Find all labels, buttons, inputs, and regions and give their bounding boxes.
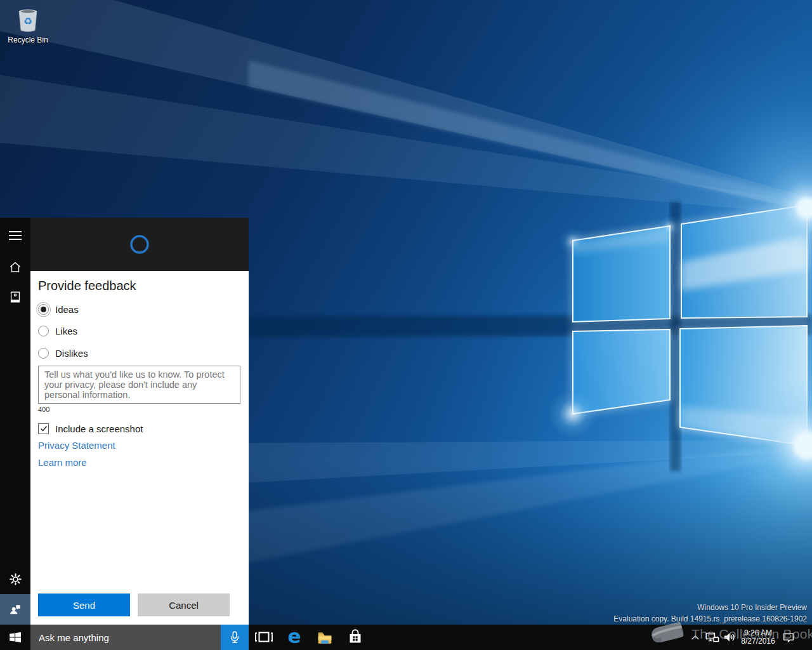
radio-option-ideas[interactable]: Ideas (38, 303, 79, 316)
search-input[interactable] (30, 625, 221, 650)
button-row: Send Cancel (38, 594, 241, 616)
checkbox-icon (38, 423, 49, 434)
radio-option-dislikes[interactable]: Dislikes (38, 347, 88, 360)
action-center-icon (782, 631, 795, 644)
os-watermark-line1: Windows 10 Pro Insider Preview (613, 602, 807, 613)
radio-likes-icon (38, 326, 49, 336)
os-watermark: Windows 10 Pro Insider Preview Evaluatio… (613, 602, 807, 625)
cortana-header (30, 218, 249, 271)
cancel-button[interactable]: Cancel (138, 594, 230, 616)
recycle-bin-icon: ♻ (13, 5, 43, 34)
task-view-icon (254, 630, 274, 645)
privacy-statement-link[interactable]: Privacy Statement (38, 440, 115, 451)
os-watermark-line2: Evaluation copy. Build 14915.rs_prerelea… (613, 613, 807, 625)
volume-status[interactable] (721, 625, 738, 650)
microphone-icon (228, 630, 242, 645)
network-status[interactable] (704, 625, 721, 650)
radio-dislikes-label: Dislikes (55, 348, 88, 359)
gear-icon (9, 573, 22, 586)
recycle-bin-label: Recycle Bin (4, 36, 52, 44)
store-button[interactable] (340, 625, 370, 650)
char-count: 400 (38, 406, 49, 413)
feedback-text-input[interactable] (38, 366, 240, 404)
sidebar-item-home[interactable] (0, 255, 30, 280)
search-box (30, 625, 249, 650)
include-screenshot-label: Include a screenshot (55, 423, 143, 434)
tray-overflow-button[interactable] (688, 625, 702, 650)
sidebar-item-notebook[interactable] (0, 284, 30, 310)
recycle-bin[interactable]: ♻ Recycle Bin (4, 5, 52, 44)
chevron-up-icon (691, 635, 700, 640)
hamburger-menu-button[interactable] (0, 223, 30, 248)
microphone-button[interactable] (221, 625, 249, 650)
clock-date: 8/27/2016 (741, 637, 775, 646)
edge-button[interactable]: e (279, 625, 310, 650)
network-icon (705, 632, 719, 643)
store-icon (346, 628, 364, 646)
home-icon (8, 260, 22, 274)
sidebar-item-settings[interactable] (0, 566, 30, 592)
feedback-form: Provide feedback Ideas Likes Dislikes 40… (30, 271, 249, 625)
feedback-icon (8, 602, 22, 616)
cortana-ring-icon (129, 234, 150, 255)
hamburger-icon (9, 231, 22, 240)
task-view-button[interactable] (249, 625, 279, 650)
edge-icon: e (287, 627, 301, 646)
start-button[interactable] (0, 625, 30, 650)
taskbar: e (0, 625, 812, 650)
speaker-icon (723, 632, 736, 643)
radio-ideas-label: Ideas (55, 304, 79, 315)
notebook-icon (8, 290, 22, 304)
send-button[interactable]: Send (38, 594, 130, 616)
file-explorer-icon (315, 628, 334, 647)
page-title: Provide feedback (38, 279, 136, 293)
radio-ideas-icon (38, 304, 49, 315)
radio-likes-label: Likes (55, 326, 77, 336)
svg-text:♻: ♻ (23, 15, 32, 27)
windows-desktop: ♻ Recycle Bin Windows 10 Pro Insider Pre… (0, 0, 812, 650)
radio-dislikes-icon (38, 348, 49, 359)
start-icon (9, 631, 22, 644)
file-explorer-button[interactable] (310, 625, 340, 650)
sidebar-item-feedback[interactable] (0, 594, 30, 625)
cortana-panel: Provide feedback Ideas Likes Dislikes 40… (0, 218, 249, 625)
include-screenshot-checkbox[interactable]: Include a screenshot (38, 422, 143, 435)
learn-more-link[interactable]: Learn more (38, 457, 87, 468)
cortana-sidebar (0, 218, 30, 625)
clock[interactable]: 9:26 AM 8/27/2016 (738, 625, 778, 650)
action-center-button[interactable] (779, 625, 798, 650)
radio-option-likes[interactable]: Likes (38, 324, 77, 338)
